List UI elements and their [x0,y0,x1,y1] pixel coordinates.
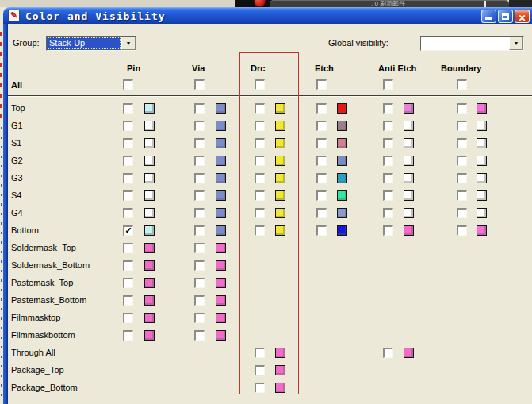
anti-etch-checkbox[interactable] [383,173,393,183]
via-color-swatch[interactable] [216,208,226,218]
drc-color-swatch[interactable] [275,190,285,201]
pin-checkbox[interactable] [123,243,133,253]
drc-checkbox[interactable] [255,208,265,218]
drc-checkbox[interactable] [255,190,265,201]
drc-color-swatch[interactable] [275,348,285,358]
anti-etch-checkbox[interactable] [383,121,393,131]
boundary-color-swatch[interactable] [477,225,487,236]
via-color-swatch[interactable] [216,295,226,306]
anti-etch-checkbox[interactable] [383,225,393,236]
etch-checkbox[interactable] [316,138,327,148]
maximize-button[interactable] [498,10,513,23]
drc-checkbox[interactable] [255,348,265,358]
etch-checkbox[interactable] [316,190,327,201]
via-checkbox[interactable] [194,190,205,201]
via-checkbox[interactable] [194,313,205,323]
pin-color-swatch[interactable] [144,295,155,306]
pin-color-swatch[interactable] [144,330,155,341]
anti-etch-checkbox[interactable] [383,156,393,166]
etch-color-swatch[interactable] [337,173,347,183]
pin-color-swatch[interactable] [144,208,155,218]
anti-etch-color-swatch[interactable] [404,138,414,148]
chevron-down-icon[interactable]: ▼ [509,37,523,50]
anti-etch-color-swatch[interactable] [404,208,414,218]
etch-color-swatch[interactable] [337,138,347,148]
pin-color-swatch[interactable] [144,173,155,183]
anti-etch-color-swatch[interactable] [404,190,414,201]
boundary-color-swatch[interactable] [477,103,487,114]
pin-color-swatch[interactable] [144,225,155,236]
drc-color-swatch[interactable] [275,156,285,166]
boundary-checkbox[interactable] [457,156,467,166]
via-checkbox[interactable] [194,138,205,148]
boundary-color-swatch[interactable] [477,173,487,183]
boundary-checkbox[interactable] [457,173,467,183]
all-anti-etch-checkbox[interactable] [383,79,393,90]
pin-checkbox[interactable] [123,295,133,306]
drc-color-swatch[interactable] [275,225,285,236]
etch-color-swatch[interactable] [337,156,347,166]
drc-checkbox[interactable] [255,383,265,393]
anti-etch-checkbox[interactable] [383,208,393,218]
etch-checkbox[interactable] [316,121,327,131]
via-checkbox[interactable] [194,330,205,341]
anti-etch-color-swatch[interactable] [404,225,414,236]
anti-etch-color-swatch[interactable] [404,173,414,183]
pin-color-swatch[interactable] [144,103,155,114]
etch-color-swatch[interactable] [337,225,347,236]
pin-color-swatch[interactable] [144,243,155,253]
pin-checkbox[interactable] [123,190,133,201]
all-etch-checkbox[interactable] [316,79,327,90]
via-color-swatch[interactable] [216,225,226,236]
drc-checkbox[interactable] [255,173,265,183]
boundary-checkbox[interactable] [457,121,467,131]
boundary-color-swatch[interactable] [477,121,487,131]
etch-color-swatch[interactable] [337,103,347,114]
via-checkbox[interactable] [194,225,205,236]
pin-color-swatch[interactable] [144,260,155,271]
group-dropdown[interactable]: Stack-Up ▼ [46,36,136,51]
title-bar[interactable]: ✎ Color and Visibility ✕ [3,7,532,24]
via-color-swatch[interactable] [216,330,226,341]
etch-checkbox[interactable] [316,173,327,183]
drc-checkbox[interactable] [255,156,265,166]
pin-checkbox[interactable]: ✓ [123,225,133,236]
via-checkbox[interactable] [194,103,205,114]
anti-etch-checkbox[interactable] [383,103,393,114]
anti-etch-checkbox[interactable] [383,138,393,148]
via-color-swatch[interactable] [216,190,226,201]
etch-checkbox[interactable] [316,225,327,236]
drc-checkbox[interactable] [255,138,265,148]
pin-checkbox[interactable] [123,208,133,218]
via-checkbox[interactable] [194,121,205,131]
chevron-down-icon[interactable]: ▼ [121,37,136,50]
pin-checkbox[interactable] [123,278,133,288]
pin-color-swatch[interactable] [144,138,155,148]
pin-checkbox[interactable] [123,138,133,148]
all-drc-checkbox[interactable] [255,79,265,90]
drc-checkbox[interactable] [255,225,265,236]
etch-color-swatch[interactable] [337,190,347,201]
drc-color-swatch[interactable] [275,365,285,375]
anti-etch-color-swatch[interactable] [404,103,414,114]
pin-color-swatch[interactable] [144,313,155,323]
minimize-button[interactable] [481,10,496,23]
via-checkbox[interactable] [194,243,205,253]
etch-color-swatch[interactable] [337,121,347,131]
boundary-color-swatch[interactable] [477,208,487,218]
drc-color-swatch[interactable] [275,121,285,131]
drc-color-swatch[interactable] [275,103,285,114]
boundary-checkbox[interactable] [457,190,467,201]
close-button[interactable]: ✕ [515,10,530,23]
drc-color-swatch[interactable] [275,208,285,218]
pin-color-swatch[interactable] [144,156,155,166]
drc-color-swatch[interactable] [275,383,285,393]
via-checkbox[interactable] [194,173,205,183]
boundary-color-swatch[interactable] [477,156,487,166]
via-checkbox[interactable] [194,156,205,166]
drc-color-swatch[interactable] [275,173,285,183]
pin-checkbox[interactable] [123,121,133,131]
via-color-swatch[interactable] [216,278,226,288]
pin-checkbox[interactable] [123,173,133,183]
etch-checkbox[interactable] [316,208,327,218]
